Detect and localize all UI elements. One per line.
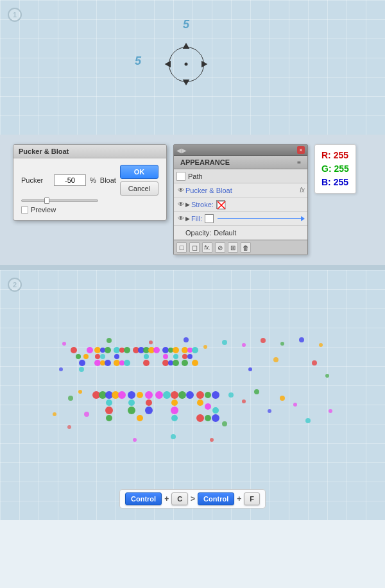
eye-icon-stroke[interactable]: 👁 [176, 200, 185, 209]
control-1-key[interactable]: Control [125, 492, 162, 505]
pucker-input[interactable] [54, 174, 86, 186]
svg-point-84 [171, 415, 178, 421]
svg-point-91 [196, 414, 204, 422]
fill-arrow-icon [301, 216, 305, 221]
svg-point-115 [210, 438, 214, 442]
svg-point-52 [149, 340, 153, 344]
preview-text: Preview [31, 206, 56, 214]
svg-point-10 [83, 354, 89, 359]
svg-point-21 [114, 347, 120, 353]
svg-point-45 [192, 347, 198, 353]
eye-icon-fill[interactable]: 👁 [176, 214, 185, 223]
svg-point-37 [173, 347, 179, 353]
step-label-1: 1 [8, 8, 22, 22]
svg-point-33 [144, 354, 149, 359]
rgb-b-value: B: 255 [321, 176, 349, 189]
path-swatch [176, 172, 185, 181]
svg-point-100 [268, 409, 271, 413]
svg-point-17 [100, 354, 105, 359]
svg-point-32 [153, 347, 160, 353]
svg-point-23 [124, 347, 130, 353]
number-5-top: 5 [183, 18, 189, 31]
svg-point-96 [84, 412, 89, 417]
svg-point-72 [128, 399, 135, 406]
svg-point-89 [205, 403, 211, 410]
pucker-dialog-body: Pucker % Bloat OK Cancel Previe [13, 158, 166, 220]
svg-point-77 [155, 391, 163, 399]
appearance-content: Path 👁 Pucker & Bloat fx 👁 ▶ Stroke: [174, 169, 307, 255]
svg-point-57 [261, 338, 266, 343]
preview-checkbox[interactable] [21, 206, 28, 214]
svg-point-26 [119, 360, 124, 365]
svg-point-111 [248, 367, 252, 371]
anchor-bottom [185, 80, 188, 83]
step-label-2: 2 [8, 278, 22, 292]
svg-point-98 [242, 399, 246, 403]
svg-point-86 [205, 392, 211, 398]
svg-point-16 [95, 354, 100, 359]
svg-point-79 [171, 391, 178, 399]
bloat-label: Bloat [100, 176, 116, 184]
svg-point-19 [100, 360, 105, 365]
section-divider [0, 265, 385, 270]
panel-collapse-icon[interactable]: ◀▶ [176, 147, 187, 154]
duplicate-icon[interactable]: ⊞ [228, 242, 238, 253]
slider-track[interactable] [21, 199, 98, 202]
add-new-icon[interactable]: □ [176, 242, 187, 253]
svg-point-75 [145, 407, 153, 414]
pucker-label: Pucker [21, 176, 50, 184]
svg-point-18 [94, 360, 101, 366]
fill-label[interactable]: Fill: [191, 215, 202, 223]
f-key[interactable]: F [244, 492, 260, 505]
pucker-dialog-title: Pucker & Bloat [13, 145, 166, 158]
circle-shape [169, 47, 204, 82]
svg-point-66 [106, 399, 112, 406]
svg-point-99 [254, 389, 259, 394]
opacity-value[interactable]: Default [214, 229, 236, 237]
svg-point-101 [280, 396, 285, 401]
close-icon[interactable]: × [297, 146, 305, 154]
svg-point-9 [79, 360, 85, 366]
control-2-key[interactable]: Control [198, 492, 234, 505]
stroke-label[interactable]: Stroke: [191, 201, 214, 208]
svg-point-39 [173, 354, 178, 359]
appearance-panel: ◀▶ × APPEARANCE ≡ Path 👁 Pucker & Bloat … [173, 144, 308, 255]
svg-point-70 [137, 392, 143, 398]
canvas-area-1: 1 5 5 [0, 0, 385, 135]
svg-point-95 [78, 390, 82, 394]
stroke-expand-icon[interactable]: ▶ [185, 201, 190, 208]
pucker-dialog: Pucker & Bloat Pucker % Bloat OK Cancel [13, 144, 167, 221]
svg-point-43 [182, 347, 188, 353]
effect-label[interactable]: Pucker & Bloat [185, 187, 300, 194]
clear-icon[interactable]: ⊘ [215, 242, 225, 253]
fx-button[interactable]: fx. [202, 242, 212, 253]
appearance-title: APPEARANCE [180, 158, 230, 166]
svg-point-73 [146, 399, 152, 406]
cancel-button[interactable]: Cancel [120, 181, 158, 196]
vector-tuts-art [45, 312, 340, 466]
eye-icon-effect[interactable]: 👁 [176, 186, 185, 195]
path-label: Path [188, 172, 203, 180]
stroke-row: 👁 ▶ Stroke: [174, 197, 307, 212]
stroke-swatch[interactable] [216, 200, 225, 209]
fill-expand-icon[interactable]: ▶ [185, 215, 190, 222]
number-5-left: 5 [135, 55, 141, 68]
c-key[interactable]: C [171, 492, 188, 505]
svg-point-105 [325, 374, 329, 378]
canvas-area-2: 2 [0, 270, 385, 520]
svg-point-81 [186, 391, 194, 399]
ok-button[interactable]: OK [120, 165, 158, 179]
svg-point-114 [171, 434, 176, 439]
bottom-toolbar: Control + C > Control + F [119, 489, 266, 508]
svg-point-102 [293, 403, 297, 407]
fill-swatch[interactable] [205, 214, 214, 223]
appearance-toolbar: □ ◻ fx. ⊘ ⊞ 🗑 [174, 240, 307, 255]
svg-point-71 [145, 391, 153, 399]
svg-point-41 [168, 360, 173, 365]
panel-menu-icon[interactable]: ≡ [297, 159, 301, 166]
svg-point-38 [163, 354, 168, 359]
svg-point-93 [212, 414, 219, 422]
delete-icon[interactable]: 🗑 [241, 242, 251, 253]
stroke-fill-icon[interactable]: ◻ [189, 242, 200, 253]
svg-point-109 [67, 425, 71, 429]
